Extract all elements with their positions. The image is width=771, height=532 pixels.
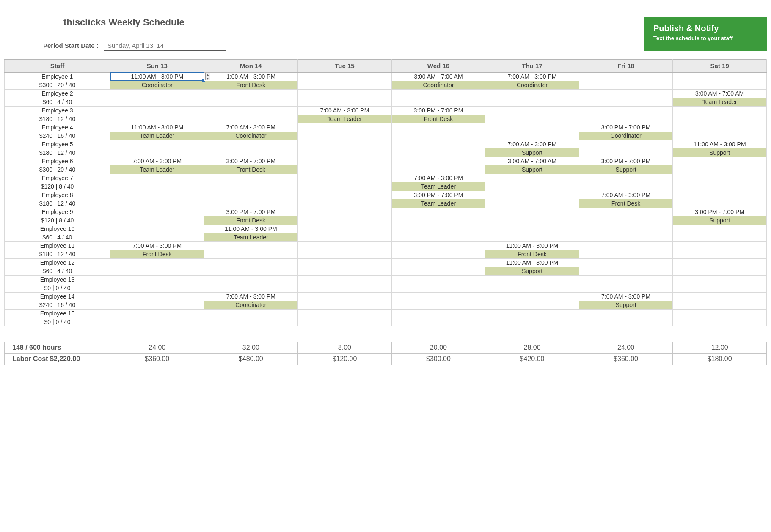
shift-cell[interactable]: Front Desk — [485, 250, 579, 258]
publish-notify-button[interactable]: Publish & Notify Text the schedule to yo… — [644, 17, 767, 51]
shift-cell[interactable]: 11:00 AM - 3:00 PM — [110, 123, 204, 132]
shift-cell[interactable] — [485, 216, 579, 225]
shift-cell[interactable]: Front Desk — [204, 81, 298, 89]
shift-cell[interactable] — [204, 241, 298, 250]
column-header-day[interactable]: Mon 14 — [204, 60, 298, 73]
shift-cell[interactable] — [673, 241, 767, 250]
shift-cell[interactable] — [110, 292, 204, 301]
shift-cell[interactable]: 11:00 AM - 3:00 PM — [485, 258, 579, 267]
shift-cell[interactable] — [579, 309, 673, 318]
shift-cell[interactable] — [204, 98, 298, 106]
shift-cell[interactable]: 3:00 PM - 7:00 PM — [204, 208, 298, 216]
employee-name[interactable]: Employee 7 — [5, 174, 110, 182]
shift-cell[interactable] — [391, 98, 485, 106]
shift-cell[interactable] — [579, 225, 673, 233]
shift-cell[interactable] — [673, 81, 767, 89]
shift-cell[interactable]: Team Leader — [673, 98, 767, 106]
shift-cell[interactable]: 3:00 PM - 7:00 PM — [391, 191, 485, 199]
employee-name[interactable]: Employee 14 — [5, 292, 110, 301]
column-header-day[interactable]: Sat 19 — [673, 60, 767, 73]
shift-cell[interactable] — [579, 318, 673, 326]
shift-cell[interactable] — [579, 284, 673, 292]
employee-name[interactable]: Employee 12 — [5, 258, 110, 267]
shift-cell[interactable] — [298, 132, 392, 140]
shift-cell[interactable] — [485, 301, 579, 309]
shift-cell[interactable] — [391, 267, 485, 275]
column-header-day[interactable]: Wed 16 — [391, 60, 485, 73]
shift-cell[interactable] — [110, 182, 204, 191]
shift-cell[interactable]: Team Leader — [391, 182, 485, 191]
shift-cell[interactable]: Front Desk — [204, 216, 298, 225]
shift-cell[interactable]: 7:00 AM - 3:00 PM — [485, 72, 579, 81]
shift-cell[interactable]: Support — [485, 165, 579, 174]
shift-cell[interactable] — [204, 115, 298, 123]
shift-cell[interactable]: 11:00 AM - 3:00 PM — [204, 225, 298, 233]
shift-cell[interactable] — [110, 191, 204, 199]
shift-cell[interactable] — [579, 241, 673, 250]
shift-cell[interactable] — [391, 250, 485, 258]
column-header-day[interactable]: Thu 17 — [485, 60, 579, 73]
shift-cell[interactable] — [110, 89, 204, 98]
shift-cell[interactable] — [579, 275, 673, 284]
shift-cell[interactable]: 3:00 PM - 7:00 PM — [579, 157, 673, 165]
shift-cell[interactable] — [298, 267, 392, 275]
period-start-input[interactable] — [104, 40, 226, 51]
shift-cell[interactable] — [298, 81, 392, 89]
shift-cell[interactable] — [110, 267, 204, 275]
shift-cell[interactable] — [110, 216, 204, 225]
shift-cell[interactable] — [391, 132, 485, 140]
shift-cell[interactable]: 7:00 AM - 3:00 PM — [110, 241, 204, 250]
column-header-staff[interactable]: Staff — [5, 60, 110, 73]
shift-cell[interactable] — [110, 233, 204, 241]
shift-cell[interactable] — [673, 157, 767, 165]
shift-cell[interactable] — [391, 208, 485, 216]
stepper-icon[interactable]: ▲▼ — [205, 73, 210, 80]
shift-cell[interactable]: 7:00 AM - 3:00 PM — [204, 123, 298, 132]
shift-cell[interactable] — [485, 275, 579, 284]
shift-cell[interactable]: Front Desk — [391, 115, 485, 123]
shift-cell[interactable] — [579, 148, 673, 157]
shift-cell[interactable] — [204, 309, 298, 318]
shift-cell[interactable] — [673, 72, 767, 81]
shift-cell[interactable]: 3:00 PM - 7:00 PM — [673, 208, 767, 216]
shift-cell[interactable]: Support — [485, 148, 579, 157]
shift-cell[interactable]: 7:00 AM - 3:00 PM — [579, 191, 673, 199]
shift-cell[interactable] — [485, 182, 579, 191]
shift-cell[interactable]: 3:00 PM - 7:00 PM — [391, 106, 485, 115]
shift-cell[interactable] — [298, 250, 392, 258]
shift-cell[interactable] — [391, 165, 485, 174]
shift-cell[interactable] — [298, 123, 392, 132]
shift-cell[interactable] — [673, 267, 767, 275]
shift-cell[interactable] — [110, 140, 204, 148]
employee-name[interactable]: Employee 1 — [5, 72, 110, 81]
shift-cell[interactable]: 11:00 AM - 3:00 PM — [673, 140, 767, 148]
shift-cell[interactable] — [298, 208, 392, 216]
shift-cell[interactable] — [391, 89, 485, 98]
shift-cell[interactable]: Support — [579, 301, 673, 309]
shift-cell[interactable] — [204, 199, 298, 208]
shift-cell[interactable] — [391, 318, 485, 326]
shift-cell[interactable] — [485, 199, 579, 208]
shift-cell[interactable]: 3:00 PM - 7:00 PM — [204, 157, 298, 165]
shift-cell[interactable] — [673, 301, 767, 309]
employee-name[interactable]: Employee 8 — [5, 191, 110, 199]
shift-cell[interactable]: Team Leader — [204, 233, 298, 241]
shift-cell[interactable] — [298, 275, 392, 284]
shift-cell[interactable] — [204, 106, 298, 115]
shift-cell[interactable]: 7:00 AM - 3:00 PM — [298, 106, 392, 115]
shift-cell[interactable] — [391, 148, 485, 157]
shift-cell[interactable] — [298, 301, 392, 309]
shift-cell[interactable] — [579, 174, 673, 182]
shift-cell[interactable] — [485, 284, 579, 292]
shift-cell[interactable] — [485, 123, 579, 132]
shift-cell[interactable] — [673, 318, 767, 326]
shift-cell[interactable] — [204, 275, 298, 284]
employee-name[interactable]: Employee 4 — [5, 123, 110, 132]
shift-cell[interactable]: Front Desk — [204, 165, 298, 174]
shift-cell[interactable] — [485, 309, 579, 318]
shift-cell[interactable]: Support — [673, 216, 767, 225]
shift-cell[interactable] — [579, 250, 673, 258]
shift-cell[interactable] — [110, 115, 204, 123]
shift-cell[interactable] — [579, 140, 673, 148]
shift-cell[interactable] — [110, 258, 204, 267]
